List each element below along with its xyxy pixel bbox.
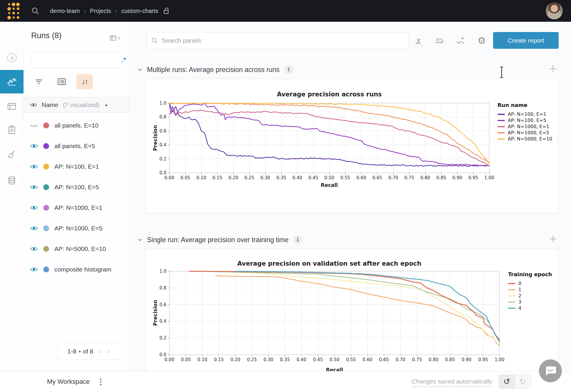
chart-title: Average precision across runs <box>169 91 489 98</box>
line-chart[interactable]: 0.000.050.100.150.200.250.300.350.400.45… <box>153 98 497 191</box>
visibility-column-icon <box>30 103 37 107</box>
legend-swatch <box>497 138 505 140</box>
section-title[interactable]: Multiple runs: Average precision across … <box>147 66 280 74</box>
legend-entry: AP: N=1000, E=5 <box>497 130 552 136</box>
sidebar-item-artifacts[interactable] <box>0 171 24 190</box>
eye-open-icon <box>30 205 38 210</box>
create-report-button[interactable]: Create report <box>493 32 559 49</box>
run-visibility-toggle[interactable] <box>30 246 38 252</box>
redo-button[interactable]: ↻ <box>515 375 531 388</box>
run-name[interactable]: composite histogram <box>54 266 111 273</box>
runs-name-header[interactable]: Name (7 visualized) ▲ <box>24 97 129 113</box>
run-name[interactable]: AP: N=1000, E=1 <box>54 204 102 211</box>
legend-swatch <box>497 120 505 121</box>
undo-button[interactable]: ↺ <box>499 375 515 388</box>
run-visibility-toggle[interactable] <box>30 205 38 210</box>
regex-toggle[interactable]: .* <box>118 56 130 64</box>
run-visibility-toggle[interactable] <box>30 123 38 128</box>
workspace-menu-button[interactable] <box>98 377 103 386</box>
run-name[interactable]: AP: N=100, E=1 <box>54 163 99 170</box>
sort-icon: ↓↑ <box>82 78 88 86</box>
chart-panel-average-precision-per-epoch[interactable]: Average precision on validation set afte… <box>146 249 558 387</box>
add-panel-button[interactable] <box>548 234 558 244</box>
chevron-right-icon: › <box>118 34 120 42</box>
runs-sidebar: Runs (8) › .* <box>24 22 129 392</box>
run-visibility-toggle[interactable] <box>30 185 38 190</box>
x-tick-label: 0.20 <box>231 357 240 362</box>
table-icon <box>7 102 16 110</box>
y-tick-label: 0.6 <box>159 128 166 134</box>
y-tick-label: 1.0 <box>159 269 166 274</box>
legend-swatch <box>497 114 505 115</box>
sidebar-item-charts[interactable] <box>0 70 24 93</box>
run-visibility-toggle[interactable] <box>30 164 38 169</box>
run-row: AP: N=100, E=5 <box>24 177 129 197</box>
wandb-logo[interactable] <box>7 2 20 20</box>
x-tick-label: 0.60 <box>356 175 366 180</box>
visualized-count: (7 visualized) <box>63 101 99 108</box>
chart-panel-average-precision-across-runs[interactable]: Average precision across runs 0.000.050.… <box>146 79 558 213</box>
sidebar-item-overview[interactable]: i <box>0 48 24 67</box>
run-name[interactable]: all panels, E=10 <box>54 122 98 129</box>
breadcrumb-separator: › <box>84 8 86 14</box>
next-page-button[interactable]: › <box>105 347 113 356</box>
run-row: all panels, E=5 <box>24 136 129 156</box>
scatter-exclude-icon <box>456 36 465 45</box>
grouping-button[interactable] <box>54 74 70 89</box>
legend-title: Run name <box>497 102 552 108</box>
run-name[interactable]: AP: N=100, E=5 <box>54 184 99 191</box>
run-name[interactable]: AP: N=5000, E=10 <box>54 245 106 252</box>
autosave-status[interactable]: Changes saved automatically <box>412 378 492 387</box>
chevron-down-icon[interactable] <box>138 238 142 241</box>
global-search-icon[interactable] <box>31 7 39 15</box>
run-color-dot <box>43 143 49 149</box>
x-tick-label: 0.85 <box>445 357 455 362</box>
smoothing-button[interactable] <box>433 34 446 47</box>
runs-search-input[interactable] <box>35 52 118 68</box>
sidebar-item-sweeps[interactable] <box>0 145 24 164</box>
y-axis-label: Precision <box>153 125 158 151</box>
y-tick-label: 0.4 <box>159 319 166 324</box>
breadcrumb-projects[interactable]: Projects <box>90 8 111 14</box>
runs-search-box: .* <box>31 52 122 68</box>
run-visibility-toggle[interactable] <box>30 267 38 272</box>
y-tick-label: 0.6 <box>159 302 166 307</box>
add-panel-button[interactable] <box>548 64 558 74</box>
sidebar-item-tables[interactable] <box>0 97 24 116</box>
x-tick-label: 0.40 <box>292 175 302 180</box>
workspace-selector[interactable]: My Workspace <box>47 378 90 386</box>
panel-search-input[interactable] <box>158 37 408 44</box>
breadcrumb-project[interactable]: custom-charts <box>121 8 158 14</box>
outliers-button[interactable] <box>454 34 467 47</box>
x-tick-label: 0.05 <box>181 175 190 180</box>
y-tick-label: 0.8 <box>159 285 166 291</box>
run-visibility-toggle[interactable] <box>30 143 38 149</box>
run-name[interactable]: AP: N=1000, E=5 <box>54 225 102 232</box>
x-axis-settings-button[interactable]: x <box>412 34 425 47</box>
page-range[interactable]: 1-8 <box>67 348 76 355</box>
section-title[interactable]: Single run: Average precision over train… <box>147 236 289 244</box>
x-tick-label: 0.70 <box>395 357 405 362</box>
legend-swatch <box>497 132 505 133</box>
x-tick-label: 0.65 <box>372 175 382 180</box>
breadcrumb-team[interactable]: demo-team <box>50 8 80 14</box>
filter-button[interactable] <box>31 74 47 89</box>
series-line <box>193 271 500 341</box>
sort-button[interactable]: ↓↑ <box>76 74 93 89</box>
legend-label: AP: N=100, E=1 <box>508 111 546 117</box>
workspace-settings-button[interactable]: ⚙ <box>475 34 488 47</box>
run-visibility-toggle[interactable] <box>30 226 38 231</box>
x-axis-icon: x <box>415 37 421 44</box>
expand-runs-table-button[interactable]: › <box>110 34 120 42</box>
support-chat-button[interactable] <box>539 359 562 382</box>
page-size-caret-icon[interactable]: ▾ <box>79 349 81 354</box>
legend-entry: 2 <box>508 293 552 299</box>
eye-open-icon <box>30 143 38 149</box>
prev-page-button[interactable]: ‹ <box>96 347 103 356</box>
run-name[interactable]: all panels, E=5 <box>54 143 95 150</box>
legend-label: 3 <box>518 299 521 305</box>
line-chart[interactable]: 0.000.050.100.150.200.250.300.350.400.45… <box>153 268 517 388</box>
user-avatar[interactable] <box>546 2 563 19</box>
chevron-down-icon[interactable] <box>138 68 142 71</box>
sidebar-item-notes[interactable] <box>0 120 24 139</box>
